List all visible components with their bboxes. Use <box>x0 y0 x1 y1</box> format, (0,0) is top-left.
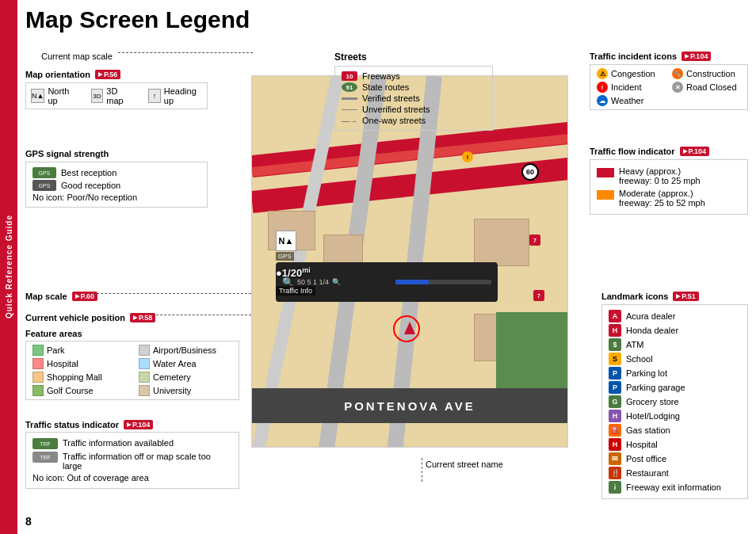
lm-school: S School <box>609 353 741 365</box>
vehicle-pos-ref: P.58 <box>130 313 155 322</box>
vehicle-pos-section: Current vehicle position P.58 <box>25 313 155 322</box>
post-icon: ✉ <box>609 452 621 465</box>
traffic-flow-label: Traffic flow indicator <box>590 147 675 156</box>
orientation-3d: 3D 3D map <box>91 86 132 105</box>
landmark-ref: P.51 <box>673 292 698 301</box>
traffic-incident-label: Traffic incident icons <box>590 51 677 61</box>
sidebar-label: Quick Reference Guide <box>5 215 13 318</box>
leader-street <box>422 458 422 482</box>
landmark-label: Landmark icons <box>601 292 668 301</box>
incident-congestion: ⚠ Congestion <box>597 68 666 79</box>
gps-signal-box: GPS Best reception GPS Good reception No… <box>25 162 208 208</box>
feature-airport: Airport/Business <box>139 345 232 356</box>
feature-hospital: Hospital <box>32 358 126 369</box>
parking-garage-icon: P <box>609 381 621 394</box>
leader-vehicle-pos <box>156 315 251 315</box>
parking-lot-icon: P <box>609 367 621 380</box>
traffic-status-ref: P.104 <box>124 420 153 429</box>
gps-good-icon: GPS <box>32 180 56 191</box>
street-unverified: Unverified streets <box>342 105 486 114</box>
flow-heavy: Heavy (approx.) freeway: 0 to 25 mph <box>597 166 741 185</box>
flow-moderate-sublabel: freeway: 25 to 52 mph <box>619 198 705 208</box>
unverified-label: Unverified streets <box>362 105 430 114</box>
traffic-status-label: Traffic status indicator <box>25 420 119 429</box>
cemetery-color <box>139 372 150 383</box>
parking-lot-label: Parking lot <box>626 368 667 378</box>
atm-icon: $ <box>609 338 621 351</box>
flow-heavy-swatch <box>597 168 614 177</box>
street-name-display: PONTENOVA AVE <box>344 399 475 413</box>
current-street-label: Current street name <box>426 460 503 469</box>
school-label: School <box>626 354 653 364</box>
building-2 <box>323 235 363 266</box>
lm-hospital: H Hospital <box>609 438 741 451</box>
3d-map-label: 3D map <box>106 86 132 105</box>
orientation-north: N▲ North up <box>31 86 75 105</box>
lm-hotel: H Hotel/Lodging <box>609 410 741 422</box>
lm-atm: $ ATM <box>609 338 741 351</box>
road-bottom: PONTENOVA AVE <box>252 388 567 423</box>
nav-progress-bar <box>395 280 491 284</box>
parking-garage-label: Parking garage <box>626 383 685 392</box>
traffic-flow-box: Heavy (approx.) freeway: 0 to 25 mph Mod… <box>590 159 748 215</box>
map-orientation-section: Map orientation P.56 N▲ North up 3D 3D m… <box>25 70 208 109</box>
map-scale-label-text: Map scale <box>25 292 67 301</box>
park-color <box>32 345 44 356</box>
map-orientation-label: Map orientation <box>25 70 90 79</box>
congestion-label: Congestion <box>611 69 655 78</box>
lm-honda: H Honda dealer <box>609 324 741 337</box>
congestion-icon: ⚠ <box>597 68 608 79</box>
construction-icon: 🔧 <box>672 68 683 79</box>
gps-no-icon: No icon: Poor/No reception <box>32 193 200 202</box>
traffic-incident-header: Traffic incident icons P.104 <box>590 51 748 61</box>
incident-label: Incident <box>611 82 642 92</box>
page-title: Map Screen Legend <box>25 6 250 33</box>
gps-signal-label: GPS signal strength <box>25 149 208 158</box>
traffic-flow-header: Traffic flow indicator P.104 <box>590 147 748 156</box>
lm-parking-garage: P Parking garage <box>609 381 741 394</box>
orientation-items: N▲ North up 3D 3D map ↑ Heading up <box>25 82 208 109</box>
flow-heavy-label: Heavy (approx.) <box>619 166 701 176</box>
street-state: 91 State routes <box>342 82 486 92</box>
construction-label: Construction <box>686 69 735 78</box>
landmark-section: Landmark icons P.51 A Acura dealer H Hon… <box>601 292 748 499</box>
flow-moderate-text: Moderate (approx.) freeway: 25 to 52 mph <box>619 189 705 208</box>
university-label: University <box>153 386 191 395</box>
street-oneway: —→ One-way streets <box>342 116 486 125</box>
road-closed-label: Road Closed <box>686 82 737 92</box>
lm-acura: A Acura dealer <box>609 310 741 322</box>
incident-road-closed: ✕ Road Closed <box>672 82 741 93</box>
golf-color <box>32 385 44 396</box>
school-icon: S <box>609 353 621 365</box>
honda-label: Honda dealer <box>626 326 678 335</box>
gps-best-icon: GPS <box>32 167 56 178</box>
university-color <box>139 385 150 396</box>
traffic-on-icon: TRF <box>32 438 58 449</box>
heading-up-label: Heading up <box>164 86 202 105</box>
flow-moderate-label: Moderate (approx.) <box>619 189 705 198</box>
nav-numbers: 50 5 1 1/4 <box>297 278 329 286</box>
weather-icon: ☁ <box>597 95 608 106</box>
feature-water: Water Area <box>139 358 232 369</box>
traffic-status-header: Traffic status indicator P.104 <box>25 420 239 429</box>
shopping-color <box>32 372 44 383</box>
nav-label: Traffic Info <box>276 286 315 296</box>
traffic-flow-ref: P.104 <box>680 147 709 156</box>
feature-areas-label: Feature areas <box>25 329 239 338</box>
hotel-icon: H <box>609 410 621 422</box>
leader-line-scale <box>118 52 253 53</box>
traffic-flow-section: Traffic flow indicator P.104 Heavy (appr… <box>590 147 748 215</box>
post-label: Post office <box>626 454 666 463</box>
water-color <box>139 358 150 369</box>
incident-weather: ☁ Weather <box>597 95 666 106</box>
feature-shopping: Shopping Mall <box>32 372 126 383</box>
feature-cemetery: Cemetery <box>139 372 232 383</box>
acura-label: Acura dealer <box>626 311 675 321</box>
hospital-label: Hospital <box>47 359 78 368</box>
map-orientation-header: Map orientation P.56 <box>25 70 208 79</box>
orientation-heading: ↑ Heading up <box>148 86 202 105</box>
traffic-incident-section: Traffic incident icons P.104 ⚠ Congestio… <box>590 51 748 110</box>
current-map-scale-label: Current map scale <box>41 51 113 61</box>
traffic-no-icon: No icon: Out of coverage area <box>32 473 232 483</box>
map-scale-display: ●1/20mi <box>276 266 311 279</box>
